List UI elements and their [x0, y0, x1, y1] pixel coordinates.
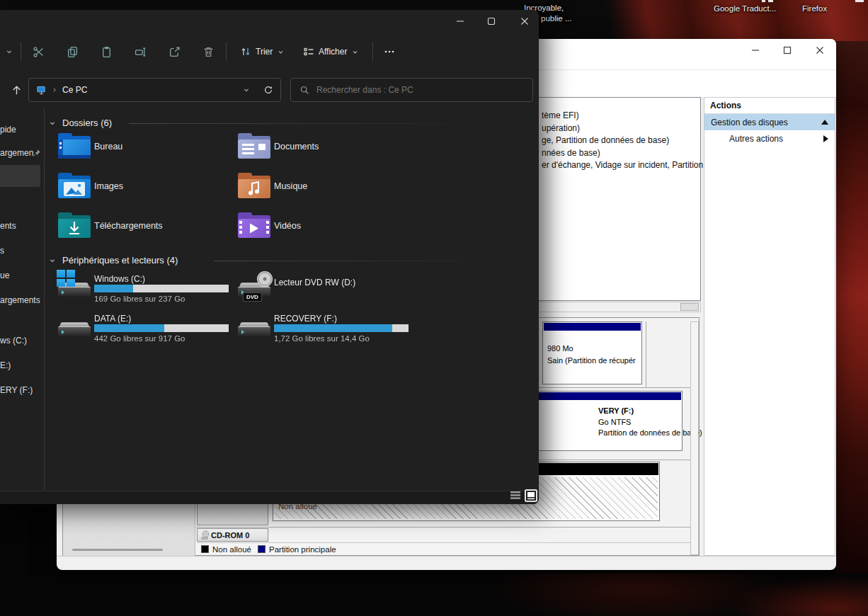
drive-free-space: 442 Go libres sur 917 Go: [94, 334, 185, 343]
volume-row[interactable]: tème EFI): [542, 110, 703, 122]
paste-button[interactable]: [95, 40, 118, 63]
search-box[interactable]: [290, 78, 533, 102]
sidebar-item-recovery-f[interactable]: ERY (F:): [0, 385, 33, 395]
status-bar: [0, 491, 539, 504]
folder-tile-videos[interactable]: Vidéos: [232, 211, 408, 245]
dvd-drive-icon: DVD: [238, 272, 270, 300]
drive-usage-fill: [94, 285, 133, 292]
drive-tile-data-e[interactable]: DATA (E:) 442 Go libres sur 917 Go: [52, 310, 228, 347]
desktop-folder-icon: [58, 133, 91, 160]
legend-label-unallocated: Non alloué: [212, 545, 251, 554]
desktop-icon-fragment: [762, 0, 765, 2]
desktop-icon-firefox[interactable]: Firefox: [802, 4, 827, 13]
sidebar-item-images[interactable]: s: [0, 246, 4, 256]
actions-item-other-actions[interactable]: Autres actions: [704, 130, 835, 147]
folder-tile-documents[interactable]: Documents: [232, 132, 408, 166]
disk-row-separator: [196, 527, 691, 527]
breadcrumb-path[interactable]: Ce PC: [62, 85, 87, 95]
volume-row[interactable]: er d'échange, Vidage sur incident, Parti…: [542, 159, 703, 172]
sort-button[interactable]: Trier: [234, 40, 290, 63]
drives-section-header[interactable]: Périphériques et lecteurs (4): [62, 255, 178, 266]
sidebar-item-music[interactable]: ue: [0, 270, 9, 280]
folder-tile-images[interactable]: Images: [52, 171, 228, 205]
cut-button[interactable]: [27, 40, 50, 63]
drive-tile-dvd-d[interactable]: DVD Lecteur DVD RW (D:): [232, 270, 408, 307]
up-button[interactable]: [6, 79, 27, 101]
legend-label-primary: Partition principale: [269, 545, 336, 554]
more-options-button[interactable]: [378, 40, 401, 63]
drive-tile-windows-c[interactable]: Windows (C:) 169 Go libres sur 237 Go: [52, 270, 228, 307]
documents-folder-icon: [238, 133, 270, 160]
actions-item-disk-management[interactable]: Gestion des disques: [704, 114, 835, 130]
folder-name: Musique: [274, 181, 307, 191]
drive-tile-recovery-f[interactable]: RECOVERY (F:) 1,72 Go libres sur 14,4 Go: [232, 310, 408, 347]
sidebar-item-documents[interactable]: ents: [0, 221, 16, 231]
cdrom-label-box[interactable]: CD-ROM 0: [197, 528, 268, 542]
volume-row[interactable]: nnées de base): [542, 147, 703, 160]
close-button[interactable]: [809, 42, 831, 59]
address-dropdown-icon[interactable]: [242, 86, 251, 94]
folders-section-header[interactable]: Dossiers (6): [62, 118, 112, 128]
legend-swatch-primary: [258, 545, 265, 553]
address-bar[interactable]: Ce PC: [28, 78, 281, 102]
panel-handle[interactable]: [72, 549, 163, 551]
pin-icon: [33, 149, 41, 157]
view-button[interactable]: Afficher: [297, 40, 365, 63]
large-icons-view-toggle[interactable]: [525, 489, 537, 502]
new-menu-overflow-button[interactable]: [1, 40, 17, 63]
rename-button[interactable]: [129, 40, 152, 63]
graph-vscrollbar[interactable]: [690, 321, 699, 555]
music-folder-icon: [238, 173, 270, 200]
ellipsis-icon: [384, 46, 395, 57]
desktop-icon-google-translate[interactable]: Google Traduct...: [714, 4, 776, 13]
photo-glyph: [64, 182, 85, 196]
breadcrumb-chevron-icon: [51, 86, 58, 93]
partition-block-980mo[interactable]: 980 Mo Sain (Partition de récupér: [542, 321, 642, 384]
actions-panel-title: Actions: [704, 98, 835, 114]
sidebar-item-data-e[interactable]: E:): [0, 360, 11, 370]
up-arrow-icon: [11, 84, 23, 96]
partition-size-label: 980 Mo: [547, 344, 573, 353]
search-input[interactable]: [316, 85, 493, 95]
minimize-icon: [456, 17, 464, 25]
details-view-toggle[interactable]: [509, 489, 522, 502]
section-collapse-icon[interactable]: [48, 256, 57, 265]
sidebar-item-selected[interactable]: [0, 165, 40, 187]
folder-name: Vidéos: [274, 221, 301, 231]
details-view-icon: [509, 489, 522, 502]
drive-usage-fill: [274, 324, 392, 332]
cd-icon: [200, 530, 211, 540]
sidebar-item-quick-access[interactable]: pide: [0, 125, 16, 135]
volume-row[interactable]: ge, Partition de données de base): [542, 135, 703, 147]
desktop-icon-label-line2[interactable]: publie ...: [541, 14, 571, 23]
section-collapse-icon[interactable]: [48, 119, 57, 127]
folder-tile-music[interactable]: Musique: [232, 171, 408, 205]
folder-tile-bureau[interactable]: Bureau: [52, 132, 228, 166]
expand-icon[interactable]: [823, 135, 828, 142]
images-folder-icon: [58, 173, 91, 200]
minimize-button[interactable]: [744, 42, 767, 59]
scrollbar-button[interactable]: [680, 303, 699, 311]
section-divider: [214, 261, 522, 261]
search-icon: [299, 85, 309, 95]
maximize-button[interactable]: [776, 42, 799, 59]
copy-button[interactable]: [61, 40, 84, 63]
chevron-down-icon: [351, 48, 359, 56]
share-button[interactable]: [163, 40, 185, 63]
delete-button[interactable]: [197, 40, 219, 63]
minimize-button[interactable]: [448, 13, 472, 30]
sidebar-item-downloads[interactable]: argements: [0, 295, 40, 305]
sidebar-item-downloads-pinned[interactable]: argemen: [0, 148, 33, 158]
folder-tile-downloads[interactable]: Téléchargements: [52, 211, 228, 245]
toolbar-separator: [372, 42, 373, 61]
desktop-icon-fragment: [768, 0, 773, 2]
rename-icon: [135, 46, 147, 58]
actions-panel: Actions Gestion des disques Autres actio…: [704, 97, 835, 556]
refresh-icon[interactable]: [263, 85, 273, 95]
maximize-button[interactable]: [479, 13, 503, 30]
close-icon: [520, 17, 529, 25]
volume-row[interactable]: upération): [542, 122, 703, 135]
sidebar-item-windows-c[interactable]: ws (C:): [0, 336, 27, 346]
close-button[interactable]: [513, 13, 537, 30]
collapse-icon[interactable]: [821, 120, 828, 125]
